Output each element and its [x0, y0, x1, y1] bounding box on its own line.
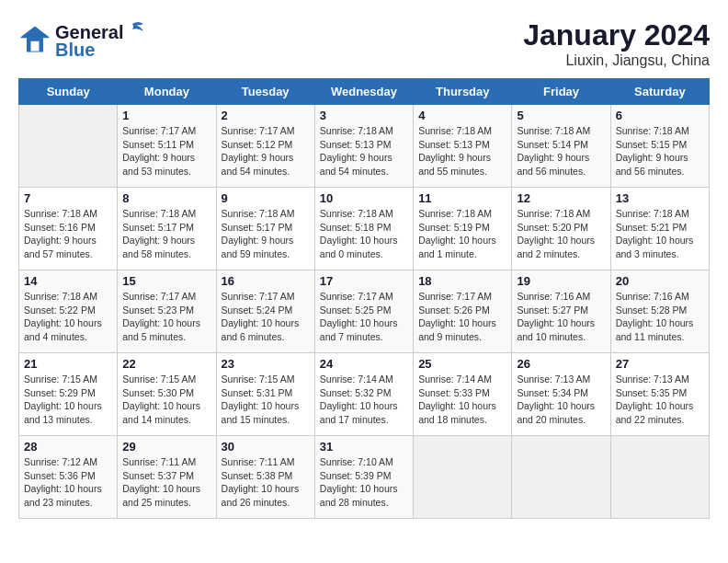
day-number: 11 [418, 191, 506, 205]
day-info: Sunrise: 7:17 AM Sunset: 5:25 PM Dayligh… [320, 290, 408, 344]
day-number: 24 [320, 357, 408, 371]
day-number: 9 [222, 191, 310, 205]
calendar-cell: 9Sunrise: 7:18 AM Sunset: 5:17 PM Daylig… [216, 188, 314, 270]
logo: General Blue [18, 18, 145, 61]
svg-rect-3 [31, 41, 40, 52]
logo-text: General Blue [55, 18, 145, 61]
weekday-header-friday: Friday [512, 79, 610, 105]
day-number: 19 [517, 274, 605, 288]
day-number: 7 [24, 191, 112, 205]
day-number: 1 [122, 109, 210, 122]
day-info: Sunrise: 7:16 AM Sunset: 5:27 PM Dayligh… [517, 290, 605, 344]
day-number: 18 [418, 274, 506, 288]
day-number: 29 [122, 440, 210, 454]
calendar-cell [512, 436, 610, 519]
day-info: Sunrise: 7:16 AM Sunset: 5:28 PM Dayligh… [616, 290, 704, 344]
calendar-cell: 27Sunrise: 7:13 AM Sunset: 5:35 PM Dayli… [610, 353, 709, 436]
weekday-header-saturday: Saturday [610, 79, 709, 105]
day-info: Sunrise: 7:18 AM Sunset: 5:15 PM Dayligh… [616, 124, 704, 178]
week-row-3: 14Sunrise: 7:18 AM Sunset: 5:22 PM Dayli… [19, 270, 710, 353]
calendar-cell: 29Sunrise: 7:11 AM Sunset: 5:37 PM Dayli… [118, 436, 216, 519]
day-info: Sunrise: 7:18 AM Sunset: 5:14 PM Dayligh… [517, 124, 605, 178]
day-number: 23 [222, 357, 310, 371]
day-info: Sunrise: 7:11 AM Sunset: 5:37 PM Dayligh… [122, 455, 210, 510]
day-info: Sunrise: 7:17 AM Sunset: 5:23 PM Dayligh… [122, 290, 210, 344]
day-info: Sunrise: 7:17 AM Sunset: 5:12 PM Dayligh… [222, 124, 310, 178]
day-number: 13 [616, 191, 704, 205]
calendar-title: January 2024 [523, 18, 710, 52]
calendar-cell [19, 105, 118, 188]
day-info: Sunrise: 7:13 AM Sunset: 5:34 PM Dayligh… [517, 373, 605, 427]
day-number: 20 [616, 274, 704, 288]
calendar-header: SundayMondayTuesdayWednesdayThursdayFrid… [19, 79, 710, 105]
day-number: 17 [320, 274, 408, 288]
calendar-subtitle: Liuxin, Jiangsu, China [523, 52, 710, 69]
calendar-cell: 26Sunrise: 7:13 AM Sunset: 5:34 PM Dayli… [512, 353, 610, 436]
calendar-cell [414, 436, 512, 519]
day-info: Sunrise: 7:15 AM Sunset: 5:29 PM Dayligh… [24, 373, 112, 427]
calendar-table: SundayMondayTuesdayWednesdayThursdayFrid… [18, 78, 710, 519]
title-block: January 2024 Liuxin, Jiangsu, China [523, 18, 710, 69]
calendar-cell: 5Sunrise: 7:18 AM Sunset: 5:14 PM Daylig… [512, 105, 610, 188]
calendar-cell: 16Sunrise: 7:17 AM Sunset: 5:24 PM Dayli… [216, 270, 314, 353]
day-number: 10 [320, 191, 408, 205]
calendar-cell: 1Sunrise: 7:17 AM Sunset: 5:11 PM Daylig… [118, 105, 216, 188]
calendar-cell: 12Sunrise: 7:18 AM Sunset: 5:20 PM Dayli… [512, 188, 610, 270]
week-row-5: 28Sunrise: 7:12 AM Sunset: 5:36 PM Dayli… [19, 436, 710, 519]
weekday-header-thursday: Thursday [414, 79, 512, 105]
day-info: Sunrise: 7:12 AM Sunset: 5:36 PM Dayligh… [24, 455, 112, 510]
day-info: Sunrise: 7:18 AM Sunset: 5:13 PM Dayligh… [320, 124, 408, 178]
calendar-cell: 30Sunrise: 7:11 AM Sunset: 5:38 PM Dayli… [216, 436, 314, 519]
day-info: Sunrise: 7:14 AM Sunset: 5:32 PM Dayligh… [320, 373, 408, 427]
calendar-cell: 22Sunrise: 7:15 AM Sunset: 5:30 PM Dayli… [118, 353, 216, 436]
day-number: 16 [222, 274, 310, 288]
day-info: Sunrise: 7:11 AM Sunset: 5:38 PM Dayligh… [222, 455, 310, 510]
day-number: 31 [320, 440, 408, 454]
day-info: Sunrise: 7:17 AM Sunset: 5:11 PM Dayligh… [122, 124, 210, 178]
day-number: 8 [122, 191, 210, 205]
calendar-cell: 25Sunrise: 7:14 AM Sunset: 5:33 PM Dayli… [414, 353, 512, 436]
day-info: Sunrise: 7:10 AM Sunset: 5:39 PM Dayligh… [320, 455, 408, 510]
logo-bird-icon [125, 18, 145, 39]
day-info: Sunrise: 7:14 AM Sunset: 5:33 PM Dayligh… [418, 373, 506, 427]
calendar-cell: 21Sunrise: 7:15 AM Sunset: 5:29 PM Dayli… [19, 353, 118, 436]
calendar-cell: 11Sunrise: 7:18 AM Sunset: 5:19 PM Dayli… [414, 188, 512, 270]
calendar-cell: 17Sunrise: 7:17 AM Sunset: 5:25 PM Dayli… [314, 270, 413, 353]
day-info: Sunrise: 7:18 AM Sunset: 5:20 PM Dayligh… [517, 207, 605, 261]
day-info: Sunrise: 7:17 AM Sunset: 5:24 PM Dayligh… [222, 290, 310, 344]
day-number: 3 [320, 109, 408, 122]
calendar-cell: 31Sunrise: 7:10 AM Sunset: 5:39 PM Dayli… [314, 436, 413, 519]
weekday-header-wednesday: Wednesday [314, 79, 413, 105]
day-number: 5 [517, 109, 605, 122]
day-info: Sunrise: 7:15 AM Sunset: 5:30 PM Dayligh… [122, 373, 210, 427]
day-number: 22 [122, 357, 210, 371]
calendar-cell: 4Sunrise: 7:18 AM Sunset: 5:13 PM Daylig… [414, 105, 512, 188]
week-row-2: 7Sunrise: 7:18 AM Sunset: 5:16 PM Daylig… [19, 188, 710, 270]
calendar-cell: 8Sunrise: 7:18 AM Sunset: 5:17 PM Daylig… [118, 188, 216, 270]
calendar-cell: 24Sunrise: 7:14 AM Sunset: 5:32 PM Dayli… [314, 353, 413, 436]
day-info: Sunrise: 7:18 AM Sunset: 5:16 PM Dayligh… [24, 207, 112, 261]
logo-icon [18, 23, 51, 56]
day-info: Sunrise: 7:18 AM Sunset: 5:22 PM Dayligh… [24, 290, 112, 344]
calendar-cell: 13Sunrise: 7:18 AM Sunset: 5:21 PM Dayli… [610, 188, 709, 270]
day-number: 2 [222, 109, 310, 122]
day-number: 30 [222, 440, 310, 454]
calendar-cell: 7Sunrise: 7:18 AM Sunset: 5:16 PM Daylig… [19, 188, 118, 270]
day-info: Sunrise: 7:18 AM Sunset: 5:21 PM Dayligh… [616, 207, 704, 261]
day-info: Sunrise: 7:18 AM Sunset: 5:18 PM Dayligh… [320, 207, 408, 261]
calendar-cell: 6Sunrise: 7:18 AM Sunset: 5:15 PM Daylig… [610, 105, 709, 188]
calendar-cell: 14Sunrise: 7:18 AM Sunset: 5:22 PM Dayli… [19, 270, 118, 353]
day-number: 28 [24, 440, 112, 454]
weekday-header-tuesday: Tuesday [216, 79, 314, 105]
day-info: Sunrise: 7:13 AM Sunset: 5:35 PM Dayligh… [616, 373, 704, 427]
page-header: General Blue January 2024 Liuxin, Jiangs… [18, 18, 710, 69]
calendar-cell: 3Sunrise: 7:18 AM Sunset: 5:13 PM Daylig… [314, 105, 413, 188]
day-info: Sunrise: 7:18 AM Sunset: 5:17 PM Dayligh… [122, 207, 210, 261]
week-row-1: 1Sunrise: 7:17 AM Sunset: 5:11 PM Daylig… [19, 105, 710, 188]
day-number: 21 [24, 357, 112, 371]
day-number: 26 [517, 357, 605, 371]
day-number: 25 [418, 357, 506, 371]
day-info: Sunrise: 7:18 AM Sunset: 5:17 PM Dayligh… [222, 207, 310, 261]
day-number: 6 [616, 109, 704, 122]
calendar-cell: 19Sunrise: 7:16 AM Sunset: 5:27 PM Dayli… [512, 270, 610, 353]
